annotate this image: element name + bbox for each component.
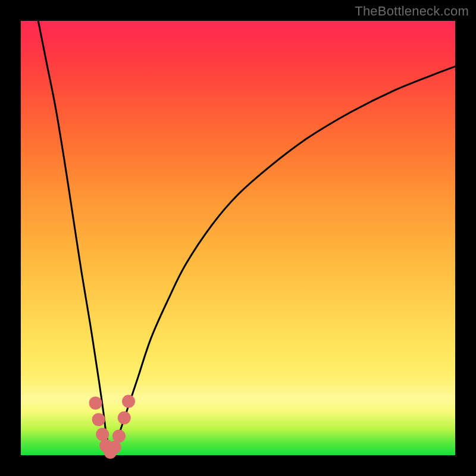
curve-group bbox=[38, 21, 455, 453]
notch-marker bbox=[92, 413, 105, 426]
notch-marker bbox=[118, 411, 131, 424]
notch-marker bbox=[122, 394, 135, 408]
notch-marker bbox=[108, 441, 121, 454]
curve-left-branch bbox=[38, 21, 110, 453]
curve-right-branch bbox=[110, 67, 455, 453]
notch-marker bbox=[89, 396, 102, 409]
chart-frame: TheBottleneck.com bbox=[0, 0, 476, 476]
plot-area bbox=[21, 21, 455, 455]
curve-svg bbox=[21, 21, 455, 455]
notch-marker bbox=[112, 430, 126, 443]
notch-marker-group bbox=[89, 394, 135, 458]
notch-marker bbox=[96, 428, 109, 441]
watermark-text: TheBottleneck.com bbox=[355, 4, 469, 19]
